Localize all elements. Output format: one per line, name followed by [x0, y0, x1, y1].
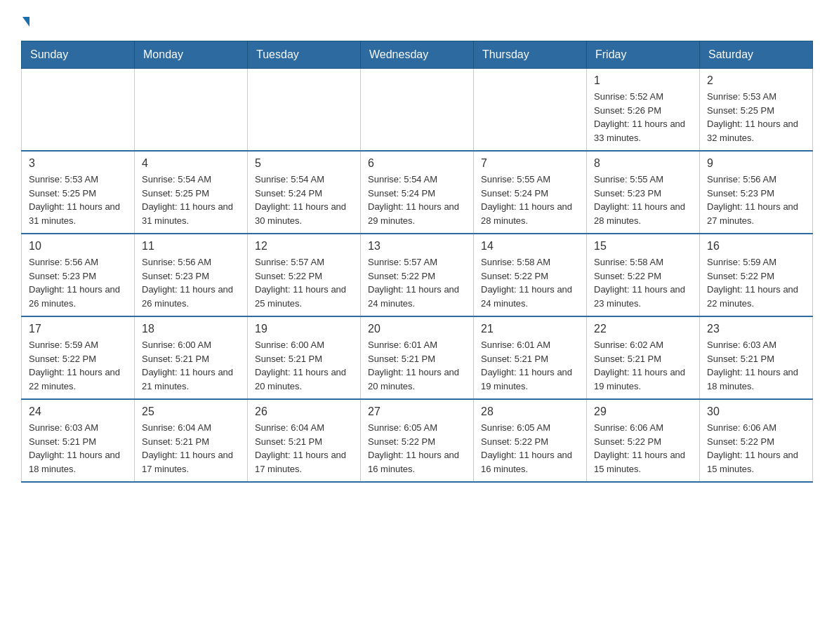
day-info: Sunrise: 6:05 AM Sunset: 5:22 PM Dayligh…: [481, 421, 579, 476]
day-number: 17: [29, 323, 127, 335]
day-number: 28: [481, 405, 579, 418]
day-number: 26: [255, 405, 353, 418]
day-number: 21: [481, 323, 579, 335]
day-info: Sunrise: 6:03 AM Sunset: 5:21 PM Dayligh…: [707, 338, 805, 393]
day-cell: 22Sunrise: 6:02 AM Sunset: 5:21 PM Dayli…: [587, 316, 700, 399]
day-cell: 23Sunrise: 6:03 AM Sunset: 5:21 PM Dayli…: [700, 316, 813, 399]
day-cell: 30Sunrise: 6:06 AM Sunset: 5:22 PM Dayli…: [700, 399, 813, 482]
week-row-4: 17Sunrise: 5:59 AM Sunset: 5:22 PM Dayli…: [22, 316, 813, 399]
day-cell: 5Sunrise: 5:54 AM Sunset: 5:24 PM Daylig…: [248, 151, 361, 234]
day-number: 9: [707, 157, 805, 170]
weekday-header-thursday: Thursday: [474, 41, 587, 69]
day-info: Sunrise: 6:02 AM Sunset: 5:21 PM Dayligh…: [594, 338, 692, 393]
day-cell: 3Sunrise: 5:53 AM Sunset: 5:25 PM Daylig…: [22, 151, 135, 234]
day-cell: 10Sunrise: 5:56 AM Sunset: 5:23 PM Dayli…: [22, 234, 135, 316]
weekday-header-tuesday: Tuesday: [248, 41, 361, 69]
logo: [21, 14, 29, 27]
day-cell: 28Sunrise: 6:05 AM Sunset: 5:22 PM Dayli…: [474, 399, 587, 482]
day-cell: 14Sunrise: 5:58 AM Sunset: 5:22 PM Dayli…: [474, 234, 587, 316]
day-number: 22: [594, 323, 692, 335]
day-info: Sunrise: 5:59 AM Sunset: 5:22 PM Dayligh…: [707, 255, 805, 310]
day-cell: [361, 69, 474, 152]
day-info: Sunrise: 5:58 AM Sunset: 5:22 PM Dayligh…: [481, 255, 579, 310]
day-number: 16: [707, 240, 805, 253]
day-cell: 4Sunrise: 5:54 AM Sunset: 5:25 PM Daylig…: [135, 151, 248, 234]
day-cell: 12Sunrise: 5:57 AM Sunset: 5:22 PM Dayli…: [248, 234, 361, 316]
day-cell: 24Sunrise: 6:03 AM Sunset: 5:21 PM Dayli…: [22, 399, 135, 482]
day-cell: 27Sunrise: 6:05 AM Sunset: 5:22 PM Dayli…: [361, 399, 474, 482]
week-row-5: 24Sunrise: 6:03 AM Sunset: 5:21 PM Dayli…: [22, 399, 813, 482]
header: [21, 14, 813, 27]
logo-general-text: [21, 14, 29, 27]
day-cell: 17Sunrise: 5:59 AM Sunset: 5:22 PM Dayli…: [22, 316, 135, 399]
day-number: 4: [142, 157, 240, 170]
week-row-3: 10Sunrise: 5:56 AM Sunset: 5:23 PM Dayli…: [22, 234, 813, 316]
day-info: Sunrise: 5:53 AM Sunset: 5:25 PM Dayligh…: [707, 90, 805, 145]
day-cell: 15Sunrise: 5:58 AM Sunset: 5:22 PM Dayli…: [587, 234, 700, 316]
day-info: Sunrise: 6:04 AM Sunset: 5:21 PM Dayligh…: [142, 421, 240, 476]
day-cell: 9Sunrise: 5:56 AM Sunset: 5:23 PM Daylig…: [700, 151, 813, 234]
day-info: Sunrise: 5:54 AM Sunset: 5:25 PM Dayligh…: [142, 173, 240, 227]
day-cell: 25Sunrise: 6:04 AM Sunset: 5:21 PM Dayli…: [135, 399, 248, 482]
week-row-2: 3Sunrise: 5:53 AM Sunset: 5:25 PM Daylig…: [22, 151, 813, 234]
day-cell: 19Sunrise: 6:00 AM Sunset: 5:21 PM Dayli…: [248, 316, 361, 399]
day-cell: [474, 69, 587, 152]
day-info: Sunrise: 6:06 AM Sunset: 5:22 PM Dayligh…: [594, 421, 692, 476]
day-info: Sunrise: 6:01 AM Sunset: 5:21 PM Dayligh…: [481, 338, 579, 393]
day-cell: 8Sunrise: 5:55 AM Sunset: 5:23 PM Daylig…: [587, 151, 700, 234]
day-info: Sunrise: 5:57 AM Sunset: 5:22 PM Dayligh…: [368, 255, 466, 310]
day-info: Sunrise: 5:54 AM Sunset: 5:24 PM Dayligh…: [368, 173, 466, 227]
day-number: 2: [707, 74, 805, 87]
day-info: Sunrise: 6:03 AM Sunset: 5:21 PM Dayligh…: [29, 421, 127, 476]
weekday-header-saturday: Saturday: [700, 41, 813, 69]
day-info: Sunrise: 5:56 AM Sunset: 5:23 PM Dayligh…: [142, 255, 240, 310]
day-cell: 18Sunrise: 6:00 AM Sunset: 5:21 PM Dayli…: [135, 316, 248, 399]
day-number: 7: [481, 157, 579, 170]
day-number: 14: [481, 240, 579, 253]
day-number: 20: [368, 323, 466, 335]
day-number: 19: [255, 323, 353, 335]
day-cell: [248, 69, 361, 152]
day-info: Sunrise: 6:06 AM Sunset: 5:22 PM Dayligh…: [707, 421, 805, 476]
day-number: 27: [368, 405, 466, 418]
day-info: Sunrise: 6:00 AM Sunset: 5:21 PM Dayligh…: [255, 338, 353, 393]
day-number: 15: [594, 240, 692, 253]
day-info: Sunrise: 6:04 AM Sunset: 5:21 PM Dayligh…: [255, 421, 353, 476]
weekday-header-friday: Friday: [587, 41, 700, 69]
day-info: Sunrise: 5:52 AM Sunset: 5:26 PM Dayligh…: [594, 90, 692, 145]
day-number: 24: [29, 405, 127, 418]
day-cell: 26Sunrise: 6:04 AM Sunset: 5:21 PM Dayli…: [248, 399, 361, 482]
day-number: 6: [368, 157, 466, 170]
day-cell: 20Sunrise: 6:01 AM Sunset: 5:21 PM Dayli…: [361, 316, 474, 399]
day-number: 12: [255, 240, 353, 253]
day-number: 29: [594, 405, 692, 418]
weekday-header-monday: Monday: [135, 41, 248, 69]
day-info: Sunrise: 6:05 AM Sunset: 5:22 PM Dayligh…: [368, 421, 466, 476]
day-number: 10: [29, 240, 127, 253]
day-number: 30: [707, 405, 805, 418]
week-row-1: 1Sunrise: 5:52 AM Sunset: 5:26 PM Daylig…: [22, 69, 813, 152]
weekday-header-wednesday: Wednesday: [361, 41, 474, 69]
day-info: Sunrise: 5:55 AM Sunset: 5:23 PM Dayligh…: [594, 173, 692, 227]
day-number: 13: [368, 240, 466, 253]
day-info: Sunrise: 6:01 AM Sunset: 5:21 PM Dayligh…: [368, 338, 466, 393]
day-info: Sunrise: 5:54 AM Sunset: 5:24 PM Dayligh…: [255, 173, 353, 227]
day-info: Sunrise: 5:59 AM Sunset: 5:22 PM Dayligh…: [29, 338, 127, 393]
day-info: Sunrise: 5:55 AM Sunset: 5:24 PM Dayligh…: [481, 173, 579, 227]
day-info: Sunrise: 5:57 AM Sunset: 5:22 PM Dayligh…: [255, 255, 353, 310]
day-cell: [22, 69, 135, 152]
weekday-header-sunday: Sunday: [22, 41, 135, 69]
day-info: Sunrise: 5:56 AM Sunset: 5:23 PM Dayligh…: [707, 173, 805, 227]
day-cell: 16Sunrise: 5:59 AM Sunset: 5:22 PM Dayli…: [700, 234, 813, 316]
day-cell: [135, 69, 248, 152]
day-cell: 11Sunrise: 5:56 AM Sunset: 5:23 PM Dayli…: [135, 234, 248, 316]
day-number: 11: [142, 240, 240, 253]
day-cell: 29Sunrise: 6:06 AM Sunset: 5:22 PM Dayli…: [587, 399, 700, 482]
day-cell: 1Sunrise: 5:52 AM Sunset: 5:26 PM Daylig…: [587, 69, 700, 152]
day-number: 5: [255, 157, 353, 170]
day-number: 1: [594, 74, 692, 87]
day-number: 25: [142, 405, 240, 418]
day-info: Sunrise: 5:58 AM Sunset: 5:22 PM Dayligh…: [594, 255, 692, 310]
day-info: Sunrise: 6:00 AM Sunset: 5:21 PM Dayligh…: [142, 338, 240, 393]
day-cell: 13Sunrise: 5:57 AM Sunset: 5:22 PM Dayli…: [361, 234, 474, 316]
